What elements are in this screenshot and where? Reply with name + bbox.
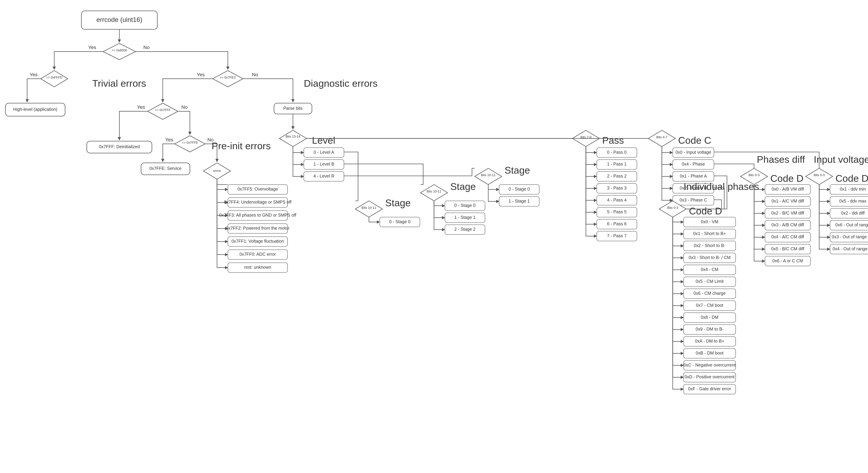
heading-pass: Pass	[602, 135, 624, 146]
edge-label-no: No	[144, 45, 150, 50]
heading-stage-r: Stage	[504, 165, 530, 176]
leaf-label: 1 - Pass 1	[607, 161, 627, 167]
leaf-label: 1 - Stage 1	[454, 215, 475, 220]
parse-bits-node: Parse bits	[274, 103, 312, 114]
svg-text:0x7FFF: Deinitialized: 0x7FFF: Deinitialized	[99, 144, 140, 149]
svg-text:Bits 0-3: Bits 0-3	[667, 206, 678, 209]
flowchart: errcode (uint16) >= 0x8000 Yes No == 0xF…	[0, 0, 868, 413]
leaf-label: 0x7FF0: ADC error	[239, 252, 276, 257]
svg-text:No: No	[181, 105, 188, 110]
heading-codeD-inputv: Code D	[836, 173, 868, 184]
leaf-label: 1 - Stage 1	[508, 199, 530, 203]
svg-text:>= 0x8000: >= 0x8000	[112, 49, 127, 52]
svg-text:High-level (application): High-level (application)	[13, 107, 57, 112]
decision-stage-r: Bits 10-11	[475, 168, 502, 185]
leaf-label: 6 - Pass 6	[607, 221, 627, 226]
leaf-label: 1 - Level B	[313, 161, 334, 167]
leaf-label: 0x0 - A/B VM diff	[772, 186, 804, 191]
leaf-label: 0x4 - CM	[701, 267, 718, 272]
decision-stage-a: Bits 10-11	[355, 201, 382, 217]
leaf-label: 0 - Stage 0	[389, 219, 410, 224]
svg-text:== 0x7FFE: == 0x7FFE	[182, 141, 198, 144]
leaf-label: 0x7FF4: Undervoltage or SMPS off	[224, 200, 291, 204]
leaf-label: 0x1 - Phase A	[680, 174, 707, 178]
heading-codeC: Code C	[678, 135, 711, 146]
svg-text:Bits 0-3: Bits 0-3	[814, 173, 825, 177]
leaf-label: 0x7FF1: Voltage fluctuation	[231, 239, 284, 243]
leaf-label: 4 - Level R	[313, 174, 334, 178]
svg-text:No: No	[252, 72, 258, 77]
decision-bits-0-3-inputv: Bits 0-3	[806, 168, 833, 185]
svg-text:>= 0x7FEC: >= 0x7FEC	[220, 76, 236, 79]
leaf-highlevel: High-level (application)	[5, 103, 65, 116]
leaf-label: 0 - Stage 0	[508, 186, 530, 191]
heading-stage-b: Stage	[450, 181, 476, 192]
decision-bits-13-14: Bits 13-14	[279, 130, 306, 147]
leaf-label: 0x6 - CM charge	[693, 291, 726, 296]
leaf-label: 3 - Pass 3	[607, 185, 627, 190]
leaf-label: 0x4 - Out of range HI	[833, 246, 868, 251]
codeD-phasesdiff-list: 0x0 - A/B VM diff0x1 - A/C VM diff0x2 - …	[754, 185, 810, 266]
decision-bits-4-7: Bits 4-7	[648, 130, 675, 147]
svg-text:Bits 10-11: Bits 10-11	[481, 173, 495, 177]
decision-eq-0x7FFF: == 0x7FFF	[148, 103, 178, 119]
leaf-label: 0x3 - A/B CM diff	[772, 223, 804, 227]
leaf-label: 0x3 - Short to B- / CM	[689, 255, 731, 260]
leaf-label: rest: unknown	[244, 265, 271, 270]
leaf-label: 0x7 - CM boot	[696, 303, 723, 307]
heading-codeD-individual: Code D	[689, 206, 722, 216]
leaf-label: 0x7FF3: All phases to GND or SMPS off	[219, 213, 296, 217]
leaf-label: 0x2 - Short to B-	[694, 243, 725, 248]
heading-stage-a: Stage	[385, 197, 411, 208]
svg-text:Bits 10-11: Bits 10-11	[362, 206, 376, 209]
leaf-label: 0 - Pass 0	[607, 150, 627, 155]
stage-r-list: 0 - Stage 01 - Stage 1	[488, 185, 539, 206]
leaf-label: 0x5 - B/C CM diff	[771, 246, 804, 251]
decision-stage-b: Bits 10-11	[421, 185, 447, 201]
svg-text:== 0xFFFD: == 0xFFFD	[46, 76, 62, 79]
leaf-label: 0x5 - ddv max	[839, 199, 867, 203]
leaf-label: 2 - Stage 2	[454, 227, 475, 232]
svg-text:errno: errno	[213, 169, 221, 173]
decision-eq-0x7FFE: == 0x7FFE	[175, 136, 205, 152]
leaf-label: 0xA - DM to B+	[695, 338, 724, 344]
leaf-service: 0x7FFE: Service	[141, 163, 190, 175]
heading-preinit: Pre-init errors	[212, 140, 271, 151]
heading-inputv: Input voltage	[814, 154, 868, 165]
heading-diagnostic: Diagnostic errors	[304, 78, 378, 89]
decision-errno: errno	[204, 163, 230, 179]
leaf-label: 0x8 - DM	[701, 315, 718, 320]
leaf-label: 0 - Stage 0	[454, 203, 475, 208]
stage-b-list: 0 - Stage 01 - Stage 12 - Stage 2	[434, 201, 485, 235]
svg-text:Bits 0-3: Bits 0-3	[749, 173, 760, 177]
leaf-label: 0x1 - ddv min	[840, 186, 866, 191]
root-label: errcode (uint16)	[96, 16, 142, 23]
decision-ge-0x7FEC: >= 0x7FEC	[213, 70, 243, 87]
leaf-label: 0xD - Positive overcurrent	[685, 374, 735, 379]
leaf-label: 0x4 - Phase	[682, 161, 705, 167]
leaf-label: 2 - Pass 2	[607, 174, 627, 178]
svg-text:Bits 4-7: Bits 4-7	[656, 135, 668, 139]
leaf-label: 7 - Pass 7	[607, 233, 627, 238]
leaf-label: 0 - Level A	[314, 150, 334, 155]
preinit-errors: 0x7FF5: Overvoltage0x7FF4: Undervoltage …	[217, 179, 296, 272]
svg-text:Bits 13-14: Bits 13-14	[286, 135, 300, 138]
leaf-label: 0x4 - A/C CM diff	[771, 234, 804, 239]
leaf-label: 0x5 - CM Limit	[695, 279, 723, 284]
leaf-label: 0x7FF2: Powered from the motor	[226, 226, 289, 231]
root-node: errcode (uint16)	[82, 11, 157, 29]
svg-text:== 0x7FFF: == 0x7FFF	[155, 108, 171, 112]
leaf-label: 0x1 - A/C VM diff	[772, 199, 804, 203]
heading-trivial: Trivial errors	[92, 78, 146, 89]
stage-a-list: 0 - Stage 0	[369, 217, 420, 227]
svg-text:Yes: Yes	[30, 72, 38, 77]
leaf-deinitialized: 0x7FFF: Deinitialized	[87, 141, 152, 153]
heading-level: Level	[312, 135, 335, 146]
leaf-label: 5 - Pass 5	[607, 209, 627, 214]
svg-text:Parse bits: Parse bits	[283, 106, 303, 111]
leaf-label: 0x3 - Out of range LO	[832, 234, 868, 239]
leaf-label: 0xC - Negative overcurrent	[684, 362, 736, 367]
codeD-inputv-list: 0x1 - ddv min0x5 - ddv max0x2 - ddi diff…	[819, 185, 868, 254]
pass-list: 0 - Pass 01 - Pass 12 - Pass 23 - Pass 3…	[586, 147, 637, 241]
leaf-label: 0x2 - ddi diff	[841, 210, 865, 215]
